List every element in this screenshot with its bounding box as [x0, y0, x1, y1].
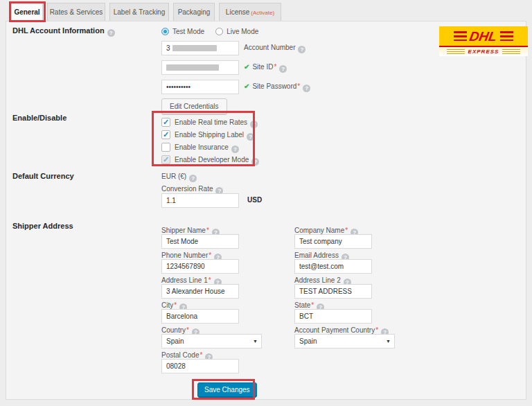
required-asterisk: *: [209, 251, 211, 259]
label-text: Enable Shipping Label: [175, 131, 244, 139]
account-title-text: DHL Account Information: [12, 26, 105, 35]
label-text: Address Line 2: [294, 276, 341, 284]
valid-checkmark-icon: [244, 82, 249, 90]
required-asterisk: *: [375, 326, 378, 334]
required-asterisk: *: [206, 227, 209, 234]
dropdown-arrow-icon: [253, 335, 258, 348]
checkbox-insurance[interactable]: [161, 143, 170, 152]
radio-selected-icon: [161, 28, 169, 35]
radio-live-mode-label: Live Mode: [227, 28, 258, 35]
required-asterisk: *: [311, 301, 314, 309]
site-id-input[interactable]: [161, 60, 239, 75]
checkbox-insurance-label: Enable Insurance: [175, 143, 239, 153]
label-text: Enable Developer Mode: [175, 156, 249, 164]
settings-content: DHL Account Information Test Mode Live M…: [0, 0, 532, 406]
required-asterisk: *: [174, 301, 177, 309]
help-icon[interactable]: [231, 145, 239, 153]
help-icon[interactable]: [189, 175, 197, 182]
account-payment-country-select[interactable]: Spain: [294, 334, 395, 348]
address-line1-input[interactable]: [161, 284, 239, 299]
label-text: Enable Real time Rates: [175, 118, 247, 126]
dropdown-arrow-icon: [386, 335, 391, 348]
required-asterisk: *: [200, 351, 202, 359]
radio-unselected-icon: [215, 28, 223, 35]
account-number-label-text: Account Number: [244, 44, 295, 51]
section-title-enable-disable: Enable/Disable: [12, 114, 66, 122]
dhl-logo-bottom: EXPRESS: [439, 47, 528, 56]
site-id-label-text: Site ID: [252, 63, 273, 71]
label-text: Company Name: [294, 227, 344, 234]
radio-test-mode[interactable]: Test Mode: [161, 28, 204, 35]
edit-credentials-button[interactable]: Edit Credentials: [161, 98, 227, 114]
label-text: Account Payment Country: [294, 326, 375, 334]
required-asterisk: *: [274, 63, 276, 71]
valid-checkmark-icon: [244, 63, 249, 71]
conversion-rate-unit: USD: [247, 196, 262, 204]
label-text: Enable Insurance: [175, 143, 229, 151]
account-number-label: Account Number: [244, 44, 305, 53]
help-icon[interactable]: [247, 133, 254, 141]
required-asterisk: *: [345, 227, 348, 234]
dhl-express-logo: DHL EXPRESS: [439, 26, 528, 58]
dhl-stripes-icon: [454, 31, 467, 41]
dhl-express-settings-page: General Rates & Services Label & Trackin…: [0, 0, 532, 406]
account-number-visible-digit: 3: [166, 42, 170, 55]
save-changes-button[interactable]: Save Changes: [197, 382, 257, 398]
section-title-default-currency: Default Currency: [12, 172, 74, 180]
country-select-value: Spain: [166, 337, 184, 345]
current-currency-text: EUR (€): [161, 173, 186, 180]
radio-live-mode[interactable]: Live Mode: [215, 28, 258, 35]
redacted-value-bar: [172, 45, 217, 51]
section-title-shipper-address: Shipper Address: [12, 222, 73, 230]
dhl-stripes-icon: [500, 31, 513, 41]
dhl-gold-lines-icon: [447, 49, 465, 54]
address-line2-input[interactable]: [294, 284, 372, 299]
dhl-logo-top: DHL: [439, 26, 528, 47]
current-currency: EUR (€): [161, 173, 197, 182]
checkbox-real-time-rates-label: Enable Real time Rates: [175, 118, 258, 128]
help-icon[interactable]: [107, 29, 115, 37]
dhl-gold-lines-icon: [502, 49, 520, 54]
checkbox-shipping-label[interactable]: [161, 130, 170, 139]
checkbox-real-time-rates[interactable]: [161, 118, 170, 127]
radio-test-mode-label: Test Mode: [172, 28, 204, 35]
mode-radio-group: Test Mode Live Mode: [161, 28, 258, 35]
label-text: City: [161, 301, 173, 309]
site-password-label-text: Site Password: [252, 82, 296, 90]
label-text: Phone Number: [161, 251, 208, 259]
dhl-express-text: EXPRESS: [468, 48, 499, 55]
conversion-rate-input[interactable]: [161, 193, 239, 208]
help-icon[interactable]: [251, 158, 259, 166]
checkbox-shipping-label-label: Enable Shipping Label: [175, 131, 254, 141]
label-text: Conversion Rate: [161, 185, 213, 193]
dhl-brand-text: DHL: [469, 30, 498, 43]
help-icon[interactable]: [298, 46, 305, 53]
state-input[interactable]: [294, 309, 372, 324]
help-icon[interactable]: [303, 85, 310, 92]
country-select[interactable]: Spain: [161, 334, 262, 348]
label-text: Postal Code: [161, 351, 199, 359]
section-title-account-information: DHL Account Information: [12, 26, 115, 37]
label-text: Country: [161, 326, 186, 334]
postal-code-input[interactable]: [161, 359, 239, 373]
email-address-input[interactable]: [294, 259, 372, 274]
required-asterisk: *: [297, 82, 300, 90]
label-text: State: [294, 301, 310, 309]
redacted-value-bar: [166, 64, 219, 71]
city-input[interactable]: [161, 309, 239, 324]
phone-number-input[interactable]: [161, 259, 239, 274]
checkbox-developer-mode-label: Enable Developer Mode: [175, 156, 259, 166]
required-asterisk: *: [209, 276, 211, 284]
company-name-input[interactable]: [294, 234, 372, 249]
required-asterisk: *: [186, 326, 189, 334]
shipper-name-input[interactable]: [161, 234, 239, 249]
site-password-input[interactable]: [161, 80, 239, 94]
label-text: Address Line 1: [161, 276, 208, 284]
label-text: Shipper Name: [161, 227, 206, 234]
help-icon[interactable]: [250, 121, 258, 128]
help-icon[interactable]: [279, 65, 287, 73]
account-number-input[interactable]: 3: [161, 41, 239, 55]
checkbox-developer-mode[interactable]: [161, 155, 170, 164]
account-payment-country-select-value: Spain: [299, 337, 317, 345]
site-password-label: Site Password*: [244, 82, 310, 92]
